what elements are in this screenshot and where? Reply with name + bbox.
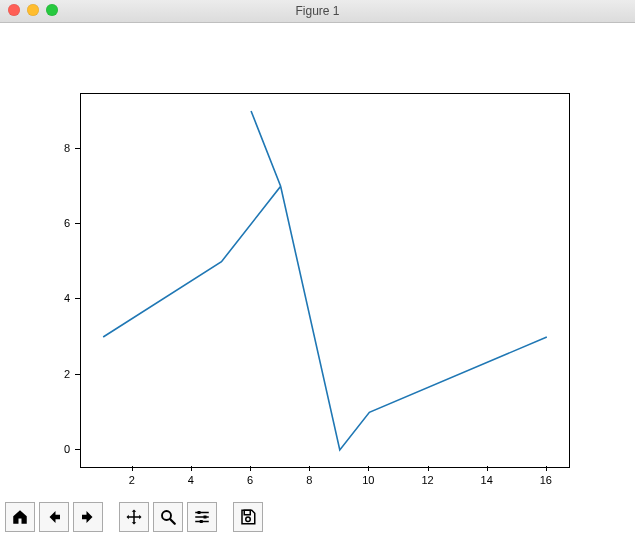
back-button[interactable] bbox=[39, 502, 69, 532]
y-tick bbox=[75, 223, 80, 224]
move-icon bbox=[125, 508, 143, 526]
y-tick bbox=[75, 298, 80, 299]
y-tick bbox=[75, 449, 80, 450]
arrow-left-icon bbox=[45, 508, 63, 526]
svg-rect-3 bbox=[198, 511, 201, 514]
y-tick bbox=[75, 148, 80, 149]
x-tick-label: 2 bbox=[129, 474, 135, 486]
arrow-right-icon bbox=[79, 508, 97, 526]
save-button[interactable] bbox=[233, 502, 263, 532]
svg-rect-7 bbox=[200, 520, 203, 523]
y-tick bbox=[75, 374, 80, 375]
x-tick-label: 16 bbox=[540, 474, 552, 486]
x-tick-label: 6 bbox=[247, 474, 253, 486]
configure-button[interactable] bbox=[187, 502, 217, 532]
y-tick-label: 0 bbox=[50, 443, 70, 455]
save-icon bbox=[239, 508, 257, 526]
close-icon[interactable] bbox=[8, 4, 20, 16]
nav-toolbar bbox=[5, 502, 263, 532]
x-tick bbox=[428, 466, 429, 471]
pan-button[interactable] bbox=[119, 502, 149, 532]
x-tick-label: 12 bbox=[421, 474, 433, 486]
y-tick-label: 2 bbox=[50, 368, 70, 380]
maximize-icon[interactable] bbox=[46, 4, 58, 16]
y-tick-label: 8 bbox=[50, 142, 70, 154]
x-tick-label: 8 bbox=[306, 474, 312, 486]
y-tick-label: 6 bbox=[50, 217, 70, 229]
svg-point-9 bbox=[246, 517, 251, 522]
svg-rect-8 bbox=[244, 510, 250, 515]
x-tick bbox=[250, 466, 251, 471]
y-tick-label: 4 bbox=[50, 292, 70, 304]
x-tick-label: 4 bbox=[188, 474, 194, 486]
home-icon bbox=[11, 508, 29, 526]
x-tick bbox=[132, 466, 133, 471]
x-tick bbox=[309, 466, 310, 471]
forward-button[interactable] bbox=[73, 502, 103, 532]
x-tick-label: 10 bbox=[362, 474, 374, 486]
svg-line-1 bbox=[170, 519, 175, 524]
minimize-icon[interactable] bbox=[27, 4, 39, 16]
figure-canvas: 24681012141602468 bbox=[0, 23, 635, 498]
zoom-button[interactable] bbox=[153, 502, 183, 532]
home-button[interactable] bbox=[5, 502, 35, 532]
window-title: Figure 1 bbox=[295, 4, 339, 18]
x-tick bbox=[368, 466, 369, 471]
svg-rect-5 bbox=[204, 516, 207, 519]
x-tick bbox=[546, 466, 547, 471]
zoom-icon bbox=[159, 508, 177, 526]
x-tick bbox=[191, 466, 192, 471]
x-tick bbox=[487, 466, 488, 471]
window-controls bbox=[8, 4, 58, 16]
axes bbox=[80, 93, 570, 468]
sliders-icon bbox=[193, 508, 211, 526]
line-series bbox=[81, 94, 569, 467]
x-tick-label: 14 bbox=[481, 474, 493, 486]
window-titlebar: Figure 1 bbox=[0, 0, 635, 23]
